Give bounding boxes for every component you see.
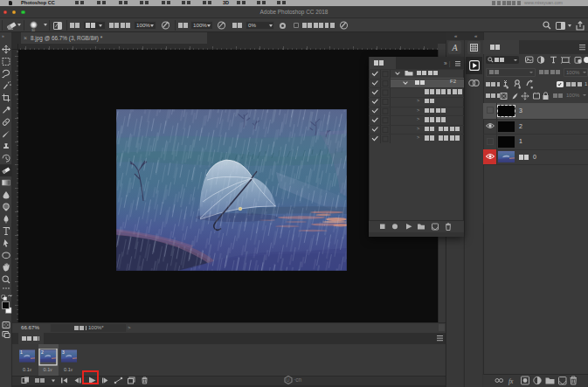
svg-text:fx: fx	[508, 377, 514, 385]
svg-text:U: U	[287, 377, 290, 383]
svg-text:1: 1	[20, 349, 23, 355]
svg-text:2: 2	[41, 349, 44, 355]
svg-text:3: 3	[62, 349, 65, 355]
